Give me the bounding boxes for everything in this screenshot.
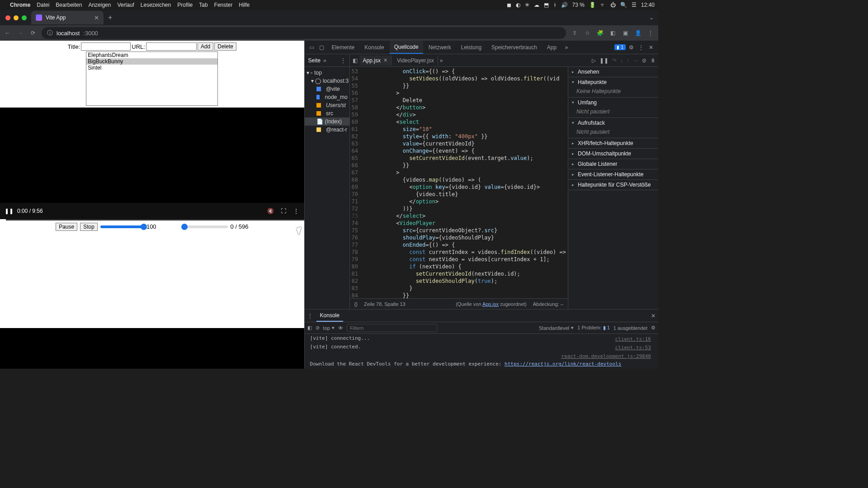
devtools-tab[interactable]: Konsole: [360, 41, 388, 54]
reload-button[interactable]: ⟳: [29, 30, 37, 36]
battery-icon[interactable]: 🔋: [589, 2, 596, 8]
tree-folder[interactable]: node_mo: [305, 93, 349, 101]
status-icon[interactable]: ⬒: [544, 2, 549, 8]
share-icon[interactable]: ⇪: [571, 30, 579, 36]
control-center-icon[interactable]: ☰: [632, 2, 637, 8]
tree-host[interactable]: ▾ ◯ localhost:3: [305, 77, 349, 85]
devtools-tab[interactable]: App: [542, 41, 561, 54]
eye-icon[interactable]: 👁: [338, 325, 343, 331]
listbox-option[interactable]: ElephantsDream: [86, 52, 217, 58]
menu-item[interactable]: Lesezeichen: [141, 2, 171, 8]
overflow-icon[interactable]: »: [562, 44, 571, 51]
problems-label[interactable]: 1 Problem: ▮ 1: [577, 325, 609, 331]
menu-item[interactable]: Tab: [199, 2, 208, 8]
file-navigator[interactable]: ▾ ▫ top ▾ ◯ localhost:3 @vite node_mo Us…: [305, 67, 350, 309]
address-bar[interactable]: ⓘ localhost:3000: [42, 27, 566, 39]
pause-button[interactable]: Pause: [56, 223, 77, 231]
devtools-tab[interactable]: Speicherverbrauch: [487, 41, 542, 54]
stop-button[interactable]: Stop: [80, 223, 98, 231]
search-icon[interactable]: 🔍: [620, 2, 627, 8]
debugger-section-header[interactable]: Ansehen: [568, 67, 658, 77]
pause-icon[interactable]: ❚❚: [599, 57, 609, 64]
menu-item[interactable]: Hilfe: [239, 2, 250, 8]
close-window-button[interactable]: [5, 15, 10, 20]
mute-icon[interactable]: 🔇: [267, 208, 274, 214]
console-settings-icon[interactable]: ⚙: [651, 325, 656, 331]
video-player[interactable]: [0, 108, 304, 203]
new-tab-button[interactable]: +: [108, 14, 112, 22]
run-icon[interactable]: ▷: [592, 57, 596, 64]
settings-icon[interactable]: ⚙: [627, 44, 636, 51]
console-filter-input[interactable]: [347, 324, 437, 332]
status-icon[interactable]: ◐: [516, 2, 520, 8]
menu-item[interactable]: Datei: [37, 2, 49, 8]
debugger-section-header[interactable]: Haltepunkte: [568, 77, 658, 87]
overflow-icon[interactable]: »: [323, 57, 326, 64]
devtools-tab[interactable]: Quellcode: [390, 41, 423, 54]
console-sidebar-icon[interactable]: ◧: [307, 325, 312, 331]
step-into-icon[interactable]: ↓: [620, 57, 623, 64]
more-icon[interactable]: ⋮: [637, 44, 646, 51]
source-code[interactable]: onClick={() => { setVideos((oldVideos) =…: [362, 67, 568, 298]
step-icon[interactable]: →: [633, 57, 638, 64]
tree-top[interactable]: ▾ ▫ top: [305, 69, 349, 77]
tree-file[interactable]: 📄 (Index): [305, 117, 349, 126]
menu-icon[interactable]: ⋮: [646, 30, 655, 36]
close-drawer-icon[interactable]: ✕: [651, 313, 656, 319]
minimize-window-button[interactable]: [14, 15, 19, 20]
forward-button[interactable]: →: [16, 30, 24, 36]
tree-folder[interactable]: @vite: [305, 85, 349, 93]
extension-icon[interactable]: ◧: [609, 30, 617, 36]
site-info-icon[interactable]: ⓘ: [47, 29, 53, 37]
debugger-section-header[interactable]: Globale Listener: [568, 159, 658, 169]
title-input[interactable]: [81, 42, 131, 51]
devtools-tab[interactable]: Netzwerk: [424, 41, 456, 54]
listbox-option[interactable]: BigBuckBunny: [86, 58, 217, 65]
close-file-icon[interactable]: ✕: [383, 57, 387, 63]
console-tab[interactable]: Konsole: [316, 310, 343, 322]
tab-overflow-icon[interactable]: ⌄: [649, 14, 654, 21]
console-log[interactable]: [vite] connecting...client.ts:16[vite] c…: [305, 334, 658, 369]
delete-button[interactable]: Delete: [214, 42, 236, 51]
maximize-window-button[interactable]: [22, 15, 27, 20]
debugger-section-header[interactable]: DOM-Umschaltpunkte: [568, 149, 658, 159]
menu-item[interactable]: Anzeigen: [88, 2, 111, 8]
device-icon[interactable]: ▢: [317, 44, 326, 51]
debugger-section-header[interactable]: XHR/fetch-Haltepunkte: [568, 138, 658, 148]
url-input[interactable]: [146, 42, 197, 51]
line-gutter[interactable]: 5354555657585960616263646566676869707172…: [350, 67, 362, 298]
status-icon[interactable]: ⏻: [610, 2, 616, 8]
status-icon[interactable]: ☁: [534, 2, 539, 8]
menu-item[interactable]: Fenster: [214, 2, 233, 8]
context-select[interactable]: top ▾: [323, 325, 335, 331]
file-tab[interactable]: VideoPlayer.jsx: [393, 56, 438, 66]
debugger-section-header[interactable]: Umfang: [568, 98, 658, 108]
devtools-tab[interactable]: Elemente: [327, 41, 359, 54]
close-icon[interactable]: ✕: [646, 44, 656, 51]
seek-slider[interactable]: [184, 225, 228, 228]
volume-slider[interactable]: [100, 225, 144, 228]
video-listbox[interactable]: ElephantsDream BigBuckBunny Sintel: [86, 52, 218, 106]
menu-item[interactable]: Profile: [177, 2, 193, 8]
tree-folder[interactable]: src: [305, 109, 349, 117]
extension-icon[interactable]: ▣: [621, 30, 629, 36]
tree-folder[interactable]: Users/st: [305, 101, 349, 109]
browser-tab[interactable]: Vite App ✕: [31, 11, 104, 24]
sidebar-tab-seite[interactable]: Seite: [308, 57, 321, 64]
devtools-tab[interactable]: Leistung: [457, 41, 486, 54]
level-select[interactable]: Standardlevel ▾: [539, 325, 574, 331]
add-button[interactable]: Add: [198, 42, 213, 51]
more-icon[interactable]: ⋮: [292, 208, 300, 214]
pretty-print-icon[interactable]: {}: [354, 301, 358, 307]
source-map-link[interactable]: App.jsx: [482, 301, 499, 307]
profile-icon[interactable]: 👤: [634, 30, 642, 36]
tree-file[interactable]: @react-r: [305, 126, 349, 134]
hidden-count[interactable]: 1 ausgeblendet: [613, 325, 647, 331]
pause-on-exceptions-icon[interactable]: ⏸: [650, 57, 656, 64]
pause-icon[interactable]: ❚❚: [5, 208, 12, 214]
console-menu-icon[interactable]: ⋮: [307, 313, 313, 319]
step-out-icon[interactable]: ↑: [627, 57, 629, 64]
clear-console-icon[interactable]: ⊘: [316, 325, 320, 331]
extensions-icon[interactable]: 🧩: [596, 30, 604, 36]
bluetooth-icon[interactable]: ᚼ: [553, 2, 557, 8]
